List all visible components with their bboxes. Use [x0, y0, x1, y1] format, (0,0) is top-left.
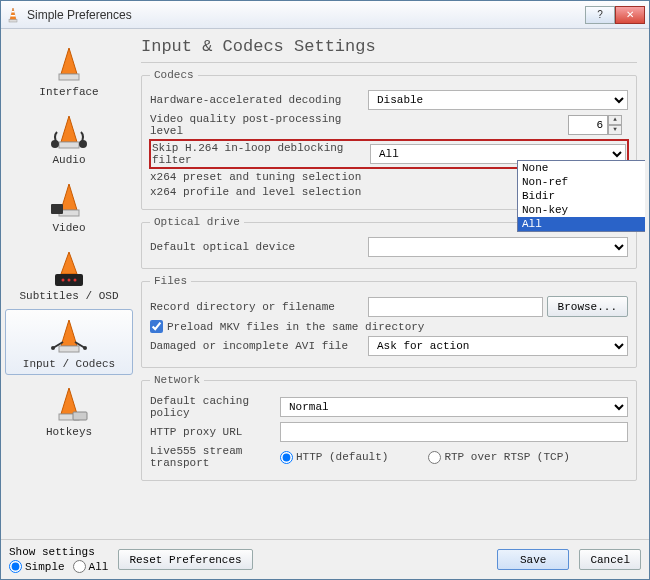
- category-sidebar: Interface Audio Video Subtitles / OSD In…: [5, 33, 133, 535]
- record-dir-label: Record directory or filename: [150, 301, 368, 313]
- live555-http-radio[interactable]: HTTP (default): [280, 451, 388, 464]
- main-panel: Input & Codecs Settings Codecs Hardware-…: [137, 33, 645, 535]
- titlebar: Simple Preferences ? ✕: [1, 1, 649, 29]
- x264-preset-label: x264 preset and tuning selection: [150, 171, 368, 183]
- hw-decode-label: Hardware-accelerated decoding: [150, 94, 368, 106]
- codecs-legend: Codecs: [150, 69, 198, 81]
- svg-rect-3: [11, 15, 16, 17]
- svg-marker-10: [61, 184, 77, 210]
- cache-policy-label: Default caching policy: [150, 395, 280, 419]
- svg-rect-5: [59, 74, 79, 80]
- sidebar-item-label: Subtitles / OSD: [19, 290, 118, 302]
- sidebar-item-subtitles[interactable]: Subtitles / OSD: [5, 241, 133, 307]
- dropdown-option[interactable]: Non-key: [518, 203, 645, 217]
- svg-rect-1: [9, 19, 17, 22]
- dropdown-option[interactable]: Non-ref: [518, 175, 645, 189]
- svg-marker-22: [61, 388, 77, 414]
- spin-up-icon[interactable]: ▲: [608, 115, 622, 125]
- proxy-label: HTTP proxy URL: [150, 426, 280, 438]
- sidebar-item-label: Input / Codecs: [23, 358, 115, 370]
- svg-marker-4: [61, 48, 77, 74]
- close-button[interactable]: ✕: [615, 6, 645, 24]
- svg-rect-19: [59, 346, 79, 352]
- svg-marker-18: [61, 320, 77, 346]
- pp-level-label: Video quality post-processing level: [150, 113, 368, 137]
- live555-label: Live555 stream transport: [150, 445, 280, 469]
- files-legend: Files: [150, 275, 191, 287]
- reset-preferences-button[interactable]: Reset Preferences: [118, 549, 252, 570]
- sidebar-item-label: Video: [52, 222, 85, 234]
- dropdown-option[interactable]: None: [518, 161, 645, 175]
- sidebar-item-hotkeys[interactable]: Hotkeys: [5, 377, 133, 443]
- svg-rect-7: [59, 142, 79, 148]
- help-button[interactable]: ?: [585, 6, 615, 24]
- x264-profile-label: x264 profile and level selection: [150, 186, 368, 198]
- preferences-window: Simple Preferences ? ✕ Interface Audio V…: [0, 0, 650, 580]
- record-dir-input[interactable]: [368, 297, 543, 317]
- proxy-input[interactable]: [280, 422, 628, 442]
- svg-rect-24: [73, 412, 87, 420]
- svg-point-8: [51, 140, 59, 148]
- save-button[interactable]: Save: [497, 549, 569, 570]
- cancel-button[interactable]: Cancel: [579, 549, 641, 570]
- svg-point-20: [51, 346, 55, 350]
- vlc-icon: [5, 7, 21, 23]
- hw-decode-select[interactable]: Disable: [368, 90, 628, 110]
- dropdown-option[interactable]: All: [518, 217, 645, 231]
- live555-rtp-radio[interactable]: RTP over RTSP (TCP): [428, 451, 569, 464]
- skip-deblock-dropdown[interactable]: None Non-ref Bidir Non-key All: [517, 160, 645, 232]
- svg-marker-13: [61, 252, 77, 274]
- sidebar-item-label: Audio: [52, 154, 85, 166]
- svg-rect-12: [51, 204, 63, 214]
- sidebar-item-audio[interactable]: Audio: [5, 105, 133, 171]
- avi-select[interactable]: Ask for action: [368, 336, 628, 356]
- browse-button[interactable]: Browse...: [547, 296, 628, 317]
- svg-point-17: [74, 279, 77, 282]
- optical-device-select[interactable]: [368, 237, 628, 257]
- sidebar-item-interface[interactable]: Interface: [5, 37, 133, 103]
- svg-point-9: [79, 140, 87, 148]
- sidebar-item-input-codecs[interactable]: Input / Codecs: [5, 309, 133, 375]
- optical-device-label: Default optical device: [150, 241, 368, 253]
- network-group: Network Default caching policy Normal HT…: [141, 374, 637, 481]
- show-simple-radio[interactable]: Simple: [9, 560, 65, 573]
- svg-point-16: [68, 279, 71, 282]
- skip-deblock-label: Skip H.264 in-loop deblocking filter: [152, 142, 370, 166]
- preload-mkv-checkbox[interactable]: Preload MKV files in the same directory: [150, 320, 424, 333]
- pp-level-spinner[interactable]: ▲▼: [568, 115, 628, 135]
- dropdown-option[interactable]: Bidir: [518, 189, 645, 203]
- show-settings-group: Show settings Simple All: [9, 546, 108, 573]
- network-legend: Network: [150, 374, 204, 386]
- svg-point-21: [83, 346, 87, 350]
- svg-rect-2: [12, 11, 15, 13]
- cache-policy-select[interactable]: Normal: [280, 397, 628, 417]
- svg-marker-0: [10, 8, 16, 20]
- sidebar-item-label: Hotkeys: [46, 426, 92, 438]
- show-all-radio[interactable]: All: [73, 560, 109, 573]
- avi-label: Damaged or incomplete AVI file: [150, 340, 368, 352]
- files-group: Files Record directory or filename Brows…: [141, 275, 637, 368]
- spin-down-icon[interactable]: ▼: [608, 125, 622, 135]
- svg-marker-6: [61, 116, 77, 142]
- sidebar-item-label: Interface: [39, 86, 98, 98]
- window-title: Simple Preferences: [27, 8, 585, 22]
- svg-point-15: [62, 279, 65, 282]
- footer-bar: Show settings Simple All Reset Preferenc…: [1, 539, 649, 579]
- page-title: Input & Codecs Settings: [141, 37, 637, 63]
- sidebar-item-video[interactable]: Video: [5, 173, 133, 239]
- optical-legend: Optical drive: [150, 216, 244, 228]
